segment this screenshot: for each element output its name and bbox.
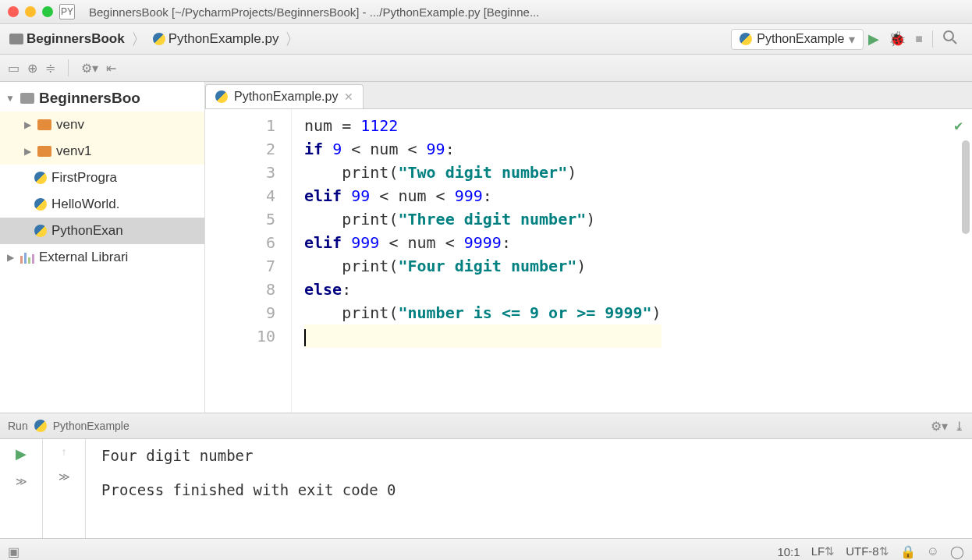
run-panel-header[interactable]: Run PythonExample ⚙▾ ⤓ — [0, 413, 972, 439]
run-output[interactable]: Four digit number Process finished with … — [86, 439, 972, 538]
code-token: ( — [388, 303, 398, 322]
toolbar: BeginnersBook 〉 PythonExample.py 〉 Pytho… — [0, 24, 972, 55]
tree-item-pythonexample[interactable]: PythonExan — [0, 218, 204, 244]
tree-item-helloworld[interactable]: HelloWorld. — [0, 191, 204, 218]
settings-gear-icon[interactable]: ⚙▾ — [81, 61, 98, 76]
download-icon[interactable]: ⤓ — [954, 419, 964, 434]
close-icon[interactable]: ✕ — [344, 90, 353, 103]
code-token: "Two digit number" — [398, 163, 567, 182]
python-icon — [34, 198, 47, 211]
breadcrumb-file[interactable]: PythonExample.py — [169, 31, 279, 47]
file-encoding[interactable]: UTF-8⇅ — [846, 544, 889, 558]
python-icon — [34, 420, 47, 432]
code-token: 1122 — [360, 116, 398, 135]
code-content[interactable]: num = 1122 if 9 < num < 99: print("Two d… — [292, 109, 674, 413]
code-token: : — [342, 280, 351, 299]
tree-item-venv1[interactable]: ▶ venv1 — [0, 138, 204, 165]
run-gutter-2: ↑ ≫ — [43, 439, 86, 538]
run-gutter: ▶ ≫ — [0, 439, 43, 538]
code-token: ) — [576, 257, 586, 275]
code-token: = — [332, 116, 360, 135]
tree-root-label: BeginnersBoo — [39, 90, 140, 107]
code-token: num — [304, 116, 332, 135]
code-token: < — [398, 140, 426, 158]
chevron-down-icon: ▾ — [849, 32, 855, 47]
window-minimize-button[interactable] — [25, 6, 36, 17]
editor-tabs: PythonExample.py ✕ — [205, 82, 972, 109]
cursor-position[interactable]: 10:1 — [777, 545, 800, 558]
breadcrumb-root[interactable]: BeginnersBook — [27, 31, 125, 47]
inspector-icon[interactable]: ☺ — [927, 544, 939, 558]
chevron-right-icon[interactable]: ▶ — [22, 119, 33, 130]
code-token: < — [370, 186, 398, 205]
line-separator[interactable]: LF⇅ — [811, 544, 835, 558]
folder-icon — [37, 146, 51, 157]
libraries-icon — [20, 251, 34, 264]
python-icon — [34, 172, 47, 184]
more-icon[interactable]: ≫ — [59, 470, 70, 483]
code-token: < — [436, 233, 464, 252]
chevron-right-icon: 〉 — [285, 29, 300, 50]
code-token: print — [342, 257, 388, 275]
chevron-right-icon: 〉 — [131, 29, 147, 50]
breadcrumb[interactable]: BeginnersBook 〉 PythonExample.py 〉 — [9, 29, 303, 50]
up-arrow-icon[interactable]: ↑ — [62, 445, 67, 458]
code-token: "Four digit number" — [398, 257, 576, 275]
more-icon[interactable]: ≫ — [16, 475, 27, 487]
line-number: 9 — [205, 301, 275, 324]
run-button[interactable]: ▶ — [868, 30, 879, 48]
code-token: num — [398, 186, 426, 205]
tab-label: PythonExample.py — [234, 90, 338, 104]
collapse-icon[interactable]: ≑ — [45, 61, 55, 76]
code-token: 99 — [427, 140, 445, 158]
inspection-ok-icon[interactable]: ✔ — [954, 114, 963, 137]
run-configuration-select[interactable]: PythonExample ▾ — [731, 29, 864, 50]
scrollbar[interactable] — [962, 140, 970, 234]
code-editor[interactable]: ✔ 1 2 3 4 5 6 7 8 9 10 num = 1122 if 9 <… — [205, 109, 972, 413]
tree-item-firstprogram[interactable]: FirstProgra — [0, 165, 204, 191]
project-tree[interactable]: ▼ BeginnersBoo ▶ venv ▶ venv1 FirstProgr… — [0, 82, 204, 274]
line-number: 4 — [205, 184, 275, 207]
gutter[interactable]: 1 2 3 4 5 6 7 8 9 10 — [205, 109, 292, 413]
chevron-right-icon[interactable]: ▶ — [22, 146, 33, 157]
tree-item-label: PythonExan — [51, 223, 123, 239]
feedback-icon[interactable]: ◯ — [950, 544, 964, 559]
code-token: : — [445, 140, 455, 158]
tool-window-icon[interactable]: ▣ — [8, 544, 20, 559]
tree-root[interactable]: ▼ BeginnersBoo — [0, 85, 204, 112]
code-token: 99 — [351, 186, 370, 205]
project-view-icon[interactable]: ▭ — [8, 61, 20, 76]
project-sidebar[interactable]: ▼ BeginnersBoo ▶ venv ▶ venv1 FirstProgr… — [0, 82, 205, 413]
divider — [932, 30, 933, 48]
rerun-button[interactable]: ▶ — [16, 445, 27, 463]
code-token — [304, 303, 342, 322]
code-token: num — [370, 140, 398, 158]
code-token: print — [342, 210, 388, 229]
window-zoom-button[interactable] — [42, 6, 53, 17]
lock-icon[interactable]: 🔒 — [900, 544, 916, 559]
debug-button[interactable]: 🐞 — [889, 30, 906, 48]
line-number: 6 — [205, 231, 275, 254]
chevron-right-icon[interactable]: ▶ — [5, 252, 16, 263]
line-number: 5 — [205, 207, 275, 231]
python-icon — [215, 90, 228, 103]
tab-pythonexample[interactable]: PythonExample.py ✕ — [205, 84, 364, 108]
stop-button[interactable]: ■ — [915, 32, 923, 46]
code-token: ) — [652, 303, 662, 322]
search-icon[interactable] — [942, 30, 958, 49]
python-icon — [740, 33, 752, 45]
run-label: Run — [8, 420, 28, 432]
window-close-button[interactable] — [8, 6, 19, 17]
chevron-down-icon[interactable]: ▼ — [5, 93, 16, 104]
line-number: 8 — [205, 278, 275, 301]
tree-external-libraries[interactable]: ▶ External Librari — [0, 244, 204, 271]
settings-gear-icon[interactable]: ⚙▾ — [931, 419, 948, 434]
tree-item-label: venv — [56, 117, 84, 133]
target-icon[interactable]: ⊕ — [27, 61, 37, 76]
code-token: num — [407, 233, 435, 252]
tree-item-venv[interactable]: ▶ venv — [0, 112, 204, 138]
svg-line-1 — [952, 40, 956, 44]
hide-icon[interactable]: ⇤ — [106, 61, 116, 76]
folder-icon — [37, 119, 51, 130]
code-token: < — [379, 233, 407, 252]
